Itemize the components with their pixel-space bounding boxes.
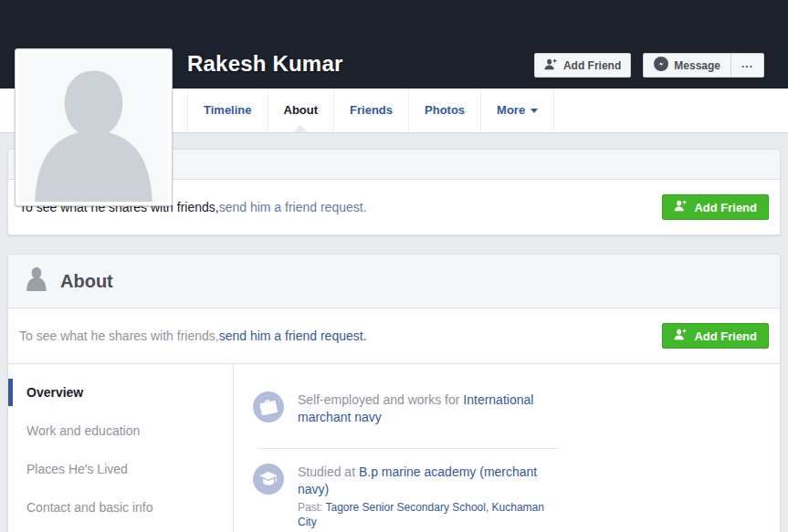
tab-photos[interactable]: Photos (408, 89, 480, 132)
add-friend-button[interactable]: Add Friend (534, 53, 631, 78)
profile-name: Rakesh Kumar (187, 51, 342, 77)
profile-picture[interactable] (15, 48, 173, 206)
about-friend-request-row: To see what he shares with friends, send… (8, 308, 780, 364)
person-icon (26, 267, 47, 295)
tab-friends[interactable]: Friends (333, 89, 408, 132)
work-entry-text: Self-employed and works for Internationa… (298, 391, 546, 426)
send-friend-request-link[interactable]: send him a friend request. (219, 200, 367, 214)
add-friend-button-green[interactable]: Add Friend (662, 194, 769, 220)
friend-request-text: To see what he shares with friends, (19, 329, 219, 343)
chevron-down-icon (531, 109, 538, 113)
ellipsis-icon: ... (741, 57, 753, 70)
graduation-cap-icon (253, 464, 284, 495)
about-sidebar: Overview Work and education Places He's … (8, 364, 234, 532)
entry-divider (257, 448, 559, 449)
education-prefix: Studied at (298, 464, 359, 479)
person-plus-icon (674, 329, 688, 343)
send-friend-request-link[interactable]: send him a friend request. (219, 329, 367, 343)
sidebar-item-work-education[interactable]: Work and education (8, 412, 233, 450)
message-label: Message (674, 59, 720, 72)
about-card: About To see what he shares with friends… (7, 254, 781, 532)
add-friend-label: Add Friend (694, 329, 757, 343)
messenger-icon (654, 57, 668, 74)
message-button[interactable]: Message (644, 54, 730, 77)
sidebar-item-overview[interactable]: Overview (8, 373, 233, 412)
about-content: Overview Work and education Places He's … (8, 364, 780, 532)
more-options-button[interactable]: ... (730, 54, 763, 77)
past-school-link[interactable]: Tagore Senior Secondary School, Kuchaman… (298, 501, 544, 528)
work-prefix: Self-employed and works for (298, 392, 463, 407)
tab-timeline[interactable]: Timeline (187, 89, 268, 132)
message-button-group: Message ... (643, 53, 764, 78)
profile-tabbar: Timeline About Friends Photos More (0, 89, 788, 133)
person-plus-icon (674, 200, 688, 214)
cover-actions: Add Friend Message ... (534, 53, 764, 78)
work-entry: Self-employed and works for Internationa… (253, 391, 762, 426)
about-section-title: About (60, 271, 113, 292)
person-plus-icon (544, 58, 558, 73)
add-friend-label: Add Friend (694, 201, 757, 214)
education-entry: Studied at B.p marine academy (merchant … (253, 464, 762, 529)
tab-more[interactable]: More (480, 89, 554, 132)
avatar-silhouette (19, 53, 168, 202)
past-prefix: Past: (298, 501, 325, 514)
add-friend-label: Add Friend (563, 59, 621, 72)
tab-about[interactable]: About (268, 89, 334, 132)
sidebar-item-contact-basic-info[interactable]: Contact and basic info (8, 488, 233, 527)
briefcase-icon (253, 391, 284, 422)
education-entry-text: Studied at B.p marine academy (merchant … (298, 464, 546, 529)
add-friend-button-green[interactable]: Add Friend (662, 323, 769, 349)
about-main-panel: Self-employed and works for Internationa… (234, 364, 780, 532)
sidebar-item-places-lived[interactable]: Places He's Lived (8, 450, 233, 488)
about-card-header: About (8, 255, 780, 308)
education-past-line: Past: Tagore Senior Secondary School, Ku… (298, 500, 546, 529)
